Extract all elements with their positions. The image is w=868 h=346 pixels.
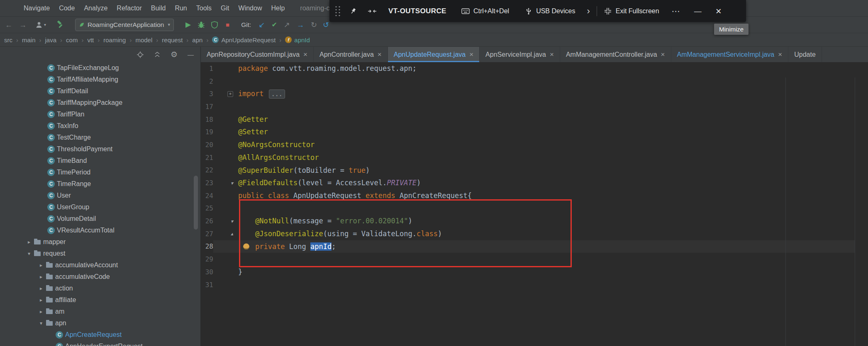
gutter-fold-column[interactable]	[213, 215, 238, 227]
code-line[interactable]: 3 import ...	[201, 87, 855, 100]
tree-expand-arrow-icon[interactable]	[25, 239, 33, 245]
user-icon[interactable]: ▾	[35, 21, 46, 29]
breadcrumb-item[interactable]: vtt	[78, 36, 94, 44]
tree-item[interactable]: UserGroup	[0, 201, 200, 213]
tree-item[interactable]: apn	[0, 317, 200, 329]
ctrl-alt-del-button[interactable]: Ctrl+Alt+Del	[461, 7, 509, 15]
breadcrumb-item[interactable]: com	[56, 36, 78, 44]
fold-marker-icon[interactable]	[231, 180, 233, 186]
tree-item[interactable]: VResultAccumTotal	[0, 225, 200, 236]
breadcrumb-item[interactable]: request	[152, 36, 183, 44]
breadcrumb-item[interactable]: src	[4, 36, 12, 44]
breadcrumb-item[interactable]: java	[36, 36, 57, 44]
converge-arrows-icon[interactable]	[368, 8, 377, 15]
fold-marker-icon[interactable]	[227, 91, 233, 97]
tree-item[interactable]: action	[0, 283, 200, 294]
minimize-icon[interactable]	[694, 7, 702, 15]
code-line[interactable]: 25	[201, 202, 855, 215]
code-line[interactable]: 2	[201, 75, 855, 88]
stop-button[interactable]	[226, 22, 229, 28]
tree-item[interactable]: TariffPlan	[0, 109, 200, 120]
code-line[interactable]: 20 @NoArgsConstructor	[201, 138, 855, 151]
gutter-fold-column[interactable]	[213, 87, 238, 100]
project-scrollbar[interactable]	[194, 176, 198, 230]
gutter-fold-column[interactable]	[213, 278, 238, 291]
gutter-fold-column[interactable]	[213, 151, 238, 164]
breadcrumb-item[interactable]: model	[126, 36, 152, 44]
tree-item[interactable]: TariffAffiliateMapping	[0, 74, 200, 85]
tree-expand-arrow-icon[interactable]	[37, 274, 45, 280]
ellipsis-icon[interactable]	[672, 7, 680, 15]
tree-expand-arrow-icon[interactable]	[25, 251, 33, 256]
editor-tab[interactable]: ApnRepositoryCustomImpl.java	[201, 47, 314, 62]
menu-item[interactable]: Build	[146, 5, 171, 12]
code-line[interactable]: 22 @SuperBuilder(toBuilder = true)	[201, 164, 855, 177]
run-button[interactable]	[185, 21, 191, 28]
fold-marker-icon[interactable]	[231, 218, 233, 224]
menu-item[interactable]: Navigate	[19, 5, 54, 12]
menu-item[interactable]: Refactor	[112, 5, 146, 12]
tab-close-icon[interactable]	[378, 51, 382, 58]
gutter-fold-column[interactable]	[213, 75, 238, 88]
tree-item[interactable]: ThresholdPayment	[0, 143, 200, 155]
tree-expand-arrow-icon[interactable]	[37, 309, 45, 315]
tree-expand-arrow-icon[interactable]	[37, 262, 45, 268]
code-line[interactable]: 28 private Long apnId;	[201, 240, 855, 253]
gear-icon[interactable]	[171, 51, 178, 58]
code-line[interactable]: 31	[201, 278, 855, 291]
hide-panel-icon[interactable]	[188, 51, 194, 58]
tree-expand-arrow-icon[interactable]	[37, 320, 45, 326]
rollback-icon[interactable]	[323, 21, 329, 29]
gutter-fold-column[interactable]	[213, 126, 238, 138]
git-update-icon[interactable]	[258, 21, 265, 29]
menu-item[interactable]: Git	[216, 5, 234, 12]
editor-tab[interactable]: ApnServiceImpl.java	[480, 47, 560, 62]
collapse-all-icon[interactable]	[154, 51, 161, 58]
editor-tab[interactable]: Update	[788, 47, 822, 62]
tab-close-icon[interactable]	[303, 51, 307, 58]
breadcrumb-item[interactable]: apnId	[276, 36, 310, 44]
code-line[interactable]: 1 package com.vtt.roaming.model.request.…	[201, 62, 855, 75]
breadcrumb-item[interactable]: roaming	[94, 36, 126, 44]
gutter-fold-column[interactable]	[213, 253, 238, 266]
menu-item[interactable]: Tools	[192, 5, 216, 12]
tree-item[interactable]: TimeRange	[0, 178, 200, 190]
editor-tab[interactable]: AmManagementServiceImpl.java	[671, 47, 789, 62]
tree-item[interactable]: TapFileExchangeLog	[0, 62, 200, 74]
code-line[interactable]: 26 @NotNull(message = "error.00.020014")	[201, 215, 855, 227]
code-area[interactable]: 1 package com.vtt.roaming.model.request.…	[201, 62, 868, 346]
gutter-fold-column[interactable]	[213, 113, 238, 126]
gutter-fold-column[interactable]	[213, 100, 238, 113]
gutter-fold-column[interactable]	[213, 62, 238, 75]
tree-item[interactable]: TimePeriod	[0, 167, 200, 178]
code-line[interactable]: 24 public class ApnUpdateRequest extends…	[201, 189, 855, 202]
coverage-button[interactable]	[211, 21, 218, 29]
tab-close-icon[interactable]	[550, 51, 554, 58]
intention-bulb-icon[interactable]	[243, 243, 249, 249]
debug-button[interactable]	[197, 21, 205, 29]
tree-expand-arrow-icon[interactable]	[37, 297, 45, 303]
breadcrumb-item[interactable]: apn	[183, 36, 202, 44]
tree-item[interactable]: accumulativeCode	[0, 271, 200, 283]
git-commit-icon[interactable]	[271, 22, 277, 28]
tree-item[interactable]: ApnHeaderExportRequest	[0, 341, 200, 346]
tree-item[interactable]: ApnCreateRequest	[0, 329, 200, 341]
tree-item[interactable]: am	[0, 306, 200, 317]
tree-item[interactable]: TariffDetail	[0, 85, 200, 97]
run-config-select[interactable]: RoamingCenterApplication ▾	[75, 19, 174, 31]
git-push-icon[interactable]	[284, 21, 290, 29]
chevron-right-icon[interactable]	[587, 7, 590, 16]
usb-devices-button[interactable]: USB Devices	[525, 7, 575, 15]
locate-icon[interactable]	[137, 51, 144, 58]
gutter-fold-column[interactable]	[213, 177, 238, 189]
close-icon[interactable]	[716, 6, 722, 16]
gutter-fold-column[interactable]	[213, 164, 238, 177]
menu-item[interactable]: Window	[234, 5, 267, 12]
menu-item[interactable]: Code	[54, 5, 79, 12]
editor-tab[interactable]: ApnController.java	[314, 47, 388, 62]
gutter-fold-column[interactable]	[213, 202, 238, 215]
code-line[interactable]: 29	[201, 253, 855, 266]
editor-tab[interactable]: AmManagementController.java	[560, 47, 671, 62]
tree-item[interactable]: TimeBand	[0, 155, 200, 167]
nav-back-icon[interactable]	[5, 21, 12, 29]
